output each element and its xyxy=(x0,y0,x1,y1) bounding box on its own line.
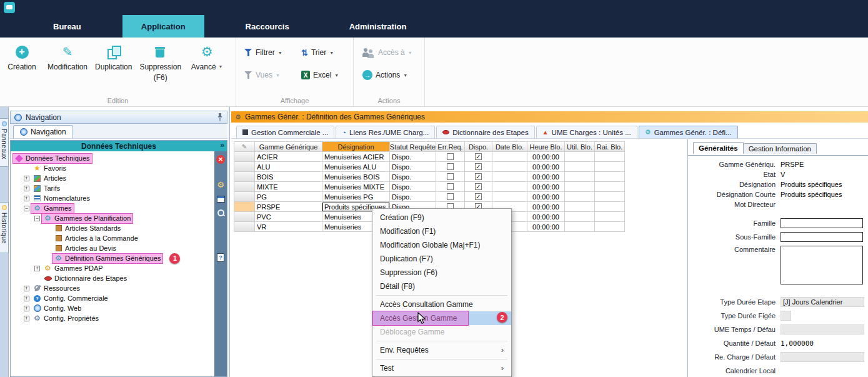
row-indicator-editing[interactable] xyxy=(234,202,255,212)
expand-icon[interactable]: + xyxy=(24,316,29,321)
cell-heure[interactable]: 00:00:00 xyxy=(527,182,565,192)
tree-item-articles[interactable]: + Articles xyxy=(11,173,214,183)
suppression-button[interactable]: Suppression (F6) xyxy=(139,43,181,83)
row-indicator[interactable] xyxy=(234,172,255,182)
cell-util[interactable] xyxy=(565,212,595,222)
sidebar-tab-historique[interactable]: Historique xyxy=(0,202,9,253)
row-indicator[interactable] xyxy=(234,182,255,192)
menu-item-duplication[interactable]: Duplication (F7) xyxy=(372,252,511,266)
chevron-down-icon[interactable]: ▼ xyxy=(329,51,334,55)
cell-date[interactable] xyxy=(492,172,527,182)
tree-item-config-proprietes[interactable]: + ⚙Config. Propriétés xyxy=(11,313,214,323)
cell-rai[interactable] xyxy=(595,182,625,192)
expand-icon[interactable]: + xyxy=(24,306,29,311)
menu-item-modification[interactable]: Modification (F1) xyxy=(372,224,511,238)
expand-icon[interactable]: + xyxy=(24,186,29,191)
cell-designation[interactable]: Menuiseries BOIS xyxy=(322,172,390,182)
cell-designation[interactable]: Menuiseries ACIER xyxy=(322,152,390,162)
col-designation[interactable]: Désignation xyxy=(322,141,390,152)
cell-rai[interactable] xyxy=(595,192,625,202)
expand-icon[interactable]: + xyxy=(34,266,40,271)
col-err-req[interactable]: Err.Req. xyxy=(436,141,465,152)
creation-button[interactable]: + Création xyxy=(4,43,40,83)
tree-item-tarifs[interactable]: + Tarifs xyxy=(11,183,214,193)
cell-util[interactable] xyxy=(565,192,595,202)
cell-code[interactable]: BOIS xyxy=(255,172,322,182)
cell-code[interactable]: PVC xyxy=(255,212,322,222)
cell-statut[interactable]: Dispo. xyxy=(390,182,436,192)
tree-item-articles-commande[interactable]: Articles à la Commande xyxy=(11,233,214,243)
tree-item-gammes-pdap[interactable]: + ⚙Gammes PDAP xyxy=(11,263,214,273)
menu-item-modification-globale[interactable]: Modification Globale (Maj+F1) xyxy=(372,238,511,252)
cell-heure[interactable]: 00:00:00 xyxy=(527,212,565,222)
table-row[interactable]: ACIER Menuiseries ACIER Dispo. ✓ 00:00:0… xyxy=(234,152,625,162)
cell-heure[interactable]: 00:00:00 xyxy=(527,152,565,162)
table-row[interactable]: MIXTE Menuiseries MIXTE Dispo. ✓ 00:00:0… xyxy=(234,182,625,192)
cell-statut[interactable]: Dispo. xyxy=(390,192,436,202)
dispo-checkbox[interactable]: ✓ xyxy=(475,193,482,200)
cell-code[interactable]: MIXTE xyxy=(255,182,322,192)
help-doc-icon[interactable]: ? xyxy=(217,253,224,262)
cell-rai[interactable] xyxy=(595,152,625,162)
modification-button[interactable]: ✎ Modification xyxy=(47,43,87,83)
col-rai-blo[interactable]: Rai. Blo. xyxy=(595,141,625,152)
pin-icon[interactable] xyxy=(217,113,223,121)
dispo-checkbox[interactable]: ✓ xyxy=(475,173,482,180)
cell-rai[interactable] xyxy=(595,212,625,222)
col-util-blo[interactable]: Util. Blo. xyxy=(565,141,595,152)
cell-util[interactable] xyxy=(565,162,595,172)
cell-statut[interactable]: Dispo. xyxy=(390,152,436,162)
tree-item-articles-standards[interactable]: Articles Standards xyxy=(11,223,214,233)
menu-item-acces-consultation-gamme[interactable]: Accès Consultation Gamme xyxy=(372,298,511,311)
type-duree-figee-field[interactable] xyxy=(781,311,791,321)
cell-heure[interactable]: 00:00:00 xyxy=(527,192,565,202)
excel-button[interactable]: X Excel ▼ xyxy=(301,68,339,83)
vues-button[interactable]: Vues ▼ xyxy=(244,68,280,83)
avance-button[interactable]: ⚙ Avancé▼ xyxy=(189,43,225,83)
cell-heure[interactable]: 00:00:00 xyxy=(527,222,565,232)
collapse-icon[interactable]: − xyxy=(24,206,29,211)
cell-heure[interactable]: 00:00:00 xyxy=(527,202,565,212)
cell-heure[interactable]: 00:00:00 xyxy=(527,162,565,172)
errreq-checkbox[interactable] xyxy=(447,193,454,200)
row-indicator[interactable] xyxy=(234,212,255,222)
tab-gestion-information[interactable]: Gestion Information xyxy=(744,143,817,154)
filtrer-button[interactable]: Filtrer ▼ xyxy=(244,45,282,60)
cell-designation[interactable]: Menuiseries ALU xyxy=(322,162,390,172)
app-icon[interactable] xyxy=(4,2,15,13)
cell-code[interactable]: VR xyxy=(255,222,322,232)
commentaire-input[interactable] xyxy=(781,246,863,284)
cell-date[interactable] xyxy=(492,162,527,172)
dispo-checkbox[interactable]: ✓ xyxy=(475,163,482,170)
chevron-down-icon[interactable]: ▼ xyxy=(278,51,282,55)
expand-icon[interactable]: + xyxy=(24,286,29,291)
table-row[interactable]: ALU Menuiseries ALU Dispo. ✓ 00:00:00 xyxy=(234,162,625,172)
cell-util[interactable] xyxy=(565,152,595,162)
doc-tab-ume-charges[interactable]: ▲ UME Charges : Unités ... xyxy=(536,126,637,138)
cell-util[interactable] xyxy=(565,182,595,192)
doc-tab-dictionnaire-etapes[interactable]: Dictionnaire des Etapes xyxy=(436,126,534,138)
errreq-checkbox[interactable] xyxy=(447,173,454,180)
menu-item-acces-gestion-gamme[interactable]: Accès Gestion Gamme xyxy=(372,311,511,325)
menu-tab-bureau[interactable]: Bureau xyxy=(34,15,100,38)
cell-code[interactable]: PG xyxy=(255,192,322,202)
chevron-down-icon[interactable]: ▼ xyxy=(403,73,407,78)
collapse-panel-icon[interactable]: » xyxy=(220,141,224,149)
cell-rai[interactable] xyxy=(595,202,625,212)
chevron-down-icon[interactable]: ▼ xyxy=(219,64,223,69)
tree-item-favoris[interactable]: ★Favoris xyxy=(11,163,214,173)
cell-designation[interactable]: Menuiseries MIXTE xyxy=(322,182,390,192)
tree-item-articles-devis[interactable]: Articles au Devis xyxy=(11,243,214,253)
acces-a-button[interactable]: Accès à ▼ xyxy=(362,45,412,60)
cell-code[interactable]: ACIER xyxy=(255,152,322,162)
menu-item-env-requetes[interactable]: Env. Requêtes › xyxy=(372,343,511,357)
close-icon[interactable]: ✕ xyxy=(216,155,225,164)
menu-item-creation[interactable]: Création (F9) xyxy=(372,211,511,224)
menu-item-suppression[interactable]: Suppression (F6) xyxy=(372,266,511,279)
tree-item-config-commerciale[interactable]: + ?Config. Commerciale xyxy=(11,293,214,303)
expand-icon[interactable]: + xyxy=(24,176,29,181)
errreq-checkbox[interactable] xyxy=(447,163,454,170)
col-gamme-generique[interactable]: Gamme Générique xyxy=(255,141,322,152)
doc-tab-gestion-commerciale[interactable]: Gestion Commerciale ... xyxy=(236,126,334,138)
actions-button[interactable]: → Actions ▼ xyxy=(362,68,407,83)
